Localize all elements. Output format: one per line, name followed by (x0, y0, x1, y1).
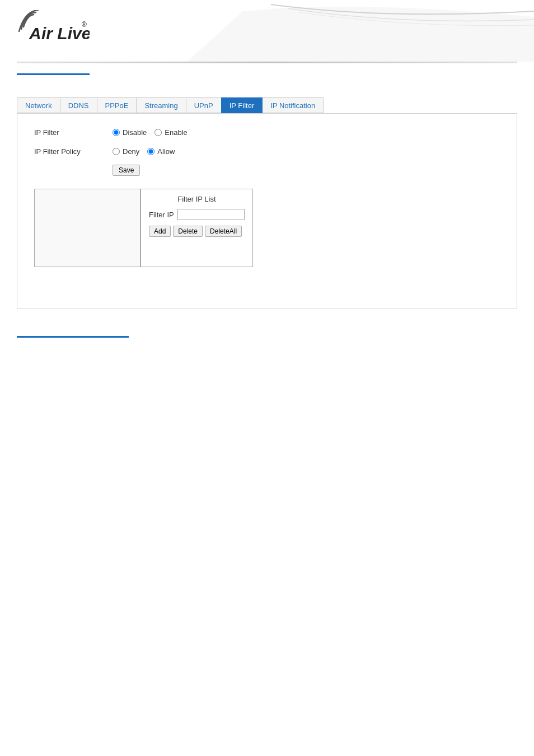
ip-filter-controls: Disable Enable (113, 128, 188, 137)
ip-filter-label: IP Filter (34, 128, 113, 137)
delete-all-button[interactable]: DeleteAll (205, 226, 242, 237)
add-button[interactable]: Add (149, 226, 171, 237)
ip-filter-enable-radio[interactable] (154, 129, 162, 136)
main-content: Network DDNS PPPoE Streaming UPnP IP Fil… (0, 81, 534, 326)
logo-area: A ir Live ® (17, 10, 90, 44)
tab-ipfilter[interactable]: IP Filter (221, 97, 263, 113)
policy-deny-radio[interactable] (113, 148, 120, 155)
header-divider (17, 62, 517, 63)
tab-ipnotification[interactable]: IP Notification (262, 97, 324, 113)
ip-filter-policy-controls: Deny Allow (113, 147, 175, 156)
ip-filter-enable-label[interactable]: Enable (154, 128, 187, 137)
tab-upnp[interactable]: UPnP (186, 97, 222, 113)
tab-streaming[interactable]: Streaming (136, 97, 186, 113)
ip-filter-disable-radio[interactable] (113, 129, 120, 136)
svg-text:®: ® (82, 21, 87, 29)
section-divider-bottom (17, 336, 129, 338)
svg-text:A: A (29, 24, 41, 43)
filter-ip-panel: Filter IP List Filter IP Add Delete Dele… (140, 189, 253, 267)
policy-deny-label[interactable]: Deny (113, 147, 139, 156)
delete-button[interactable]: Delete (173, 226, 203, 237)
filter-section: Filter IP List Filter IP Add Delete Dele… (34, 189, 500, 267)
ip-filter-disable-label[interactable]: Disable (113, 128, 147, 137)
policy-allow-radio[interactable] (147, 148, 154, 155)
filter-ip-label: Filter IP (149, 211, 174, 219)
filter-list-left (34, 189, 140, 267)
panel: IP Filter Disable Enable IP Filter Polic… (17, 113, 517, 309)
airlive-logo-svg: A ir Live ® (17, 10, 90, 44)
tab-pppoe[interactable]: PPPoE (97, 97, 137, 113)
filter-ip-input[interactable] (177, 209, 245, 220)
save-row: Save (34, 163, 500, 178)
header-swoosh (187, 0, 534, 62)
section-divider-top (17, 73, 90, 75)
policy-allow-label[interactable]: Allow (147, 147, 175, 156)
save-button[interactable]: Save (113, 165, 140, 176)
filter-ip-list-title: Filter IP List (149, 195, 245, 203)
header: A ir Live ® (0, 0, 534, 62)
filter-ip-input-row: Filter IP (149, 209, 245, 220)
tab-network[interactable]: Network (17, 97, 60, 113)
ip-filter-policy-row: IP Filter Policy Deny Allow (34, 144, 500, 158)
ip-filter-row: IP Filter Disable Enable (34, 125, 500, 139)
ip-filter-policy-label: IP Filter Policy (34, 147, 113, 156)
tabs-container: Network DDNS PPPoE Streaming UPnP IP Fil… (17, 97, 517, 113)
filter-btn-row: Add Delete DeleteAll (149, 226, 245, 237)
tab-ddns[interactable]: DDNS (60, 97, 97, 113)
